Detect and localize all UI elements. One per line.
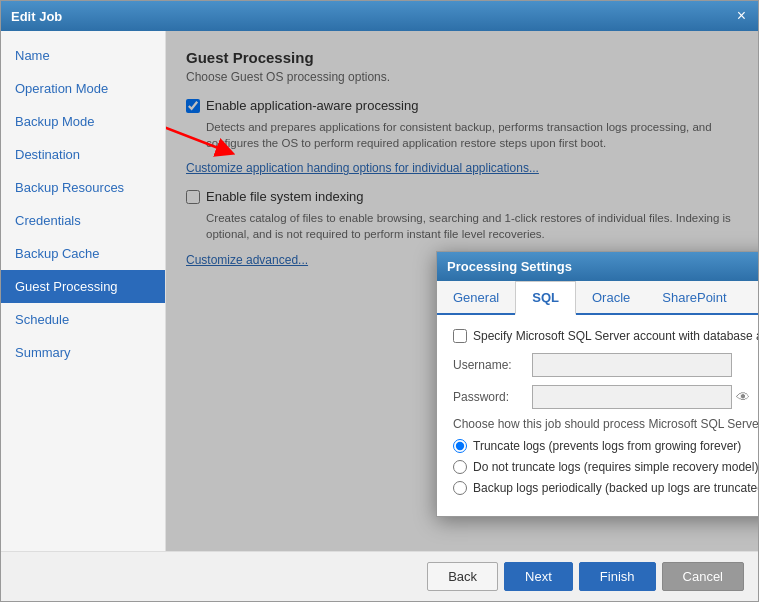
sidebar: NameOperation ModeBackup ModeDestination…	[1, 31, 166, 551]
sql-account-label: Specify Microsoft SQL Server account wit…	[473, 329, 758, 343]
sidebar-item-guest-processing[interactable]: Guest Processing	[1, 270, 165, 303]
sql-account-row: Specify Microsoft SQL Server account wit…	[453, 329, 758, 343]
sidebar-item-operation-mode[interactable]: Operation Mode	[1, 72, 165, 105]
password-row: Password: 👁	[453, 385, 758, 409]
footer: Back Next Finish Cancel	[1, 551, 758, 601]
username-input[interactable]	[532, 353, 732, 377]
sidebar-item-credentials[interactable]: Credentials	[1, 204, 165, 237]
sidebar-item-schedule[interactable]: Schedule	[1, 303, 165, 336]
transaction-log-description: Choose how this job should process Micro…	[453, 417, 758, 431]
password-label: Password:	[453, 390, 528, 404]
dialog-tab-general[interactable]: General	[437, 281, 515, 313]
window-close-button[interactable]: ×	[735, 8, 748, 24]
radio-row-backup: Backup logs periodically (backed up logs…	[453, 481, 758, 495]
password-input[interactable]	[532, 385, 732, 409]
radio-backup[interactable]	[453, 481, 467, 495]
radio-label-backup: Backup logs periodically (backed up logs…	[473, 481, 758, 495]
radio-row-no-truncate: Do not truncate logs (requires simple re…	[453, 460, 758, 474]
title-bar: Edit Job ×	[1, 1, 758, 31]
sidebar-item-destination[interactable]: Destination	[1, 138, 165, 171]
cancel-button[interactable]: Cancel	[662, 562, 744, 591]
radio-truncate[interactable]	[453, 439, 467, 453]
radio-row-truncate: Truncate logs (prevents logs from growin…	[453, 439, 758, 453]
sidebar-item-summary[interactable]: Summary	[1, 336, 165, 369]
radio-label-truncate: Truncate logs (prevents logs from growin…	[473, 439, 741, 453]
sidebar-item-name[interactable]: Name	[1, 39, 165, 72]
dialog-body: Specify Microsoft SQL Server account wit…	[437, 315, 758, 516]
dialog-title-bar: Processing Settings ×	[437, 252, 758, 281]
sidebar-item-backup-mode[interactable]: Backup Mode	[1, 105, 165, 138]
dialog-tab-scripts[interactable]: Scripts	[743, 281, 758, 313]
sql-account-checkbox[interactable]	[453, 329, 467, 343]
password-eye-icon[interactable]: 👁	[736, 389, 750, 405]
main-content: NameOperation ModeBackup ModeDestination…	[1, 31, 758, 551]
window-title: Edit Job	[11, 9, 62, 24]
dialog-tab-sql[interactable]: SQL	[515, 281, 576, 315]
username-label: Username:	[453, 358, 528, 372]
next-button[interactable]: Next	[504, 562, 573, 591]
radio-no-truncate[interactable]	[453, 460, 467, 474]
finish-button[interactable]: Finish	[579, 562, 656, 591]
dialog-tabs: GeneralSQLOracleSharePointScripts	[437, 281, 758, 315]
edit-job-window: Edit Job × NameOperation ModeBackup Mode…	[0, 0, 759, 602]
dialog-tab-sharepoint[interactable]: SharePoint	[646, 281, 742, 313]
username-row: Username:	[453, 353, 758, 377]
content-area: Guest Processing Choose Guest OS process…	[166, 31, 758, 551]
processing-settings-dialog: Processing Settings × GeneralSQLOracleSh…	[436, 251, 758, 517]
back-button[interactable]: Back	[427, 562, 498, 591]
radio-label-no-truncate: Do not truncate logs (requires simple re…	[473, 460, 758, 474]
sidebar-item-backup-cache[interactable]: Backup Cache	[1, 237, 165, 270]
dialog-tab-oracle[interactable]: Oracle	[576, 281, 646, 313]
sidebar-item-backup-resources[interactable]: Backup Resources	[1, 171, 165, 204]
dialog-title: Processing Settings	[447, 259, 572, 274]
